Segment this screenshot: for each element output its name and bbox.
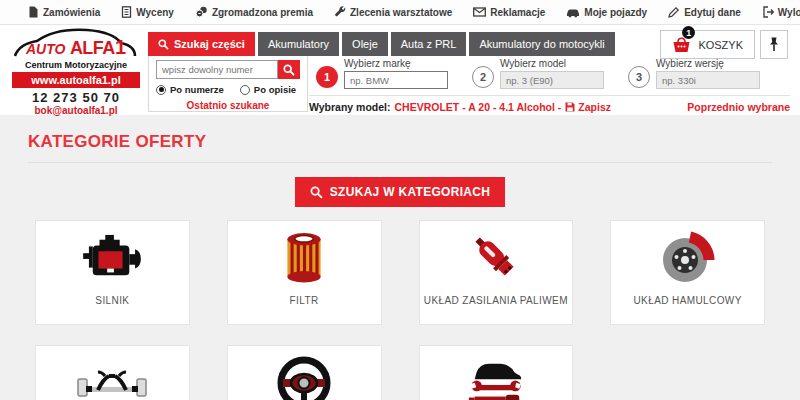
category-card-filtr[interactable]: FILTR <box>227 220 382 325</box>
nav-item-bonus[interactable]: Zgromadzona premia <box>195 6 313 18</box>
nav-item-label: Moje pojazdy <box>584 7 647 18</box>
part-search-panel: Po numerze Po opisie Ostatnio szukane <box>148 56 308 112</box>
nav-item-label: Reklamacje <box>490 7 545 18</box>
part-search-button[interactable] <box>278 60 300 79</box>
search-icon <box>310 186 323 199</box>
logo-tagline: Centrum Motoryzacyjne <box>6 60 146 70</box>
car-icon <box>566 6 580 18</box>
category-label: FILTR <box>290 295 319 307</box>
category-card-steering[interactable] <box>227 345 382 400</box>
vehicle-steps: 1 Wybierz markę 2 Wybierz model 3 Wybier… <box>316 58 760 89</box>
service-icon <box>465 355 527 400</box>
axle-icon <box>76 362 148 400</box>
previously-selected-link[interactable]: Poprzednio wybrane <box>687 101 790 113</box>
search-icon <box>283 64 295 76</box>
category-card-uklad-hamulcowy[interactable]: UKŁAD HAMULCOWY <box>610 220 765 325</box>
nav-item-label: Zgromadzona premia <box>212 7 313 18</box>
category-card-uklad-zasilania-paliwem[interactable]: UKŁAD ZASILANIA PALIWEM <box>419 220 574 325</box>
fuel-system-icon <box>469 231 523 285</box>
step-label: Wybierz model <box>500 58 604 69</box>
category-card-silnik[interactable]: SILNIK <box>35 220 190 325</box>
version-input[interactable] <box>656 71 760 89</box>
nav-item-logout[interactable]: Wyloguj <box>762 6 800 18</box>
recently-searched-link[interactable]: Ostatnio szukane <box>156 100 300 111</box>
bonus-icon <box>195 6 208 18</box>
category-label: UKŁAD HAMULCOWY <box>634 295 742 307</box>
phone-number: 12 273 50 70 <box>6 90 146 105</box>
part-number-input[interactable] <box>156 60 278 79</box>
engine-icon <box>81 233 143 283</box>
step-number: 2 <box>472 66 494 88</box>
step-number: 1 <box>316 66 338 88</box>
envelope-icon <box>473 6 486 18</box>
header: AUTO ALFA1 Centrum Motoryzacyjne www.aut… <box>0 25 800 115</box>
logo[interactable]: AUTO ALFA1 Centrum Motoryzacyjne www.aut… <box>6 25 146 116</box>
nav-item-label: Zamówienia <box>43 7 100 18</box>
steering-icon <box>276 355 332 400</box>
cart-area: 1 KOSZYK <box>660 30 788 59</box>
nav-item-label: Zlecenia warsztatowe <box>350 7 452 18</box>
pin-button[interactable] <box>760 30 788 59</box>
radio-by-number[interactable]: Po numerze <box>156 84 224 95</box>
quotes-icon <box>121 6 132 18</box>
step-label: Wybierz markę <box>344 58 448 69</box>
category-card-service[interactable] <box>419 345 574 400</box>
radio-checked-icon <box>156 85 166 95</box>
nav-item-quotes[interactable]: Wyceny <box>121 6 174 18</box>
step-version: 3 Wybierz wersję <box>628 58 760 89</box>
logout-icon <box>762 6 774 18</box>
cart-label: KOSZYK <box>698 39 743 51</box>
filter-icon <box>281 231 327 285</box>
orders-icon <box>28 6 39 18</box>
nav-item-vehicles[interactable]: Moje pojazdy <box>566 6 647 18</box>
tab-oleje[interactable]: Oleje <box>342 32 388 56</box>
logo-website[interactable]: www.autoalfa1.pl <box>12 72 140 88</box>
search-icon <box>158 39 169 50</box>
cart-count-badge: 1 <box>682 26 695 39</box>
brand-input[interactable] <box>344 71 448 89</box>
tab-akumulatory[interactable]: Akumulatory <box>258 32 339 56</box>
main-content: KATEGORIE OFERTY SZUKAJ W KATEGORIACH <box>0 115 800 400</box>
nav-item-label: Edytuj dane <box>684 7 741 18</box>
category-label: UKŁAD ZASILANIA PALIWEM <box>424 295 568 307</box>
nav-item-label: Wyceny <box>136 7 174 18</box>
selected-model-row: Wybrany model: CHEVROLET - A 20 - 4.1 Al… <box>309 95 790 113</box>
logo-text: AUTO ALFA1 <box>6 36 146 59</box>
search-in-categories-button[interactable]: SZUKAJ W KATEGORIACH <box>295 177 505 207</box>
tab-akumulatory-do-motocykli[interactable]: Akumulatory do motocykli <box>469 32 614 56</box>
step-number: 3 <box>628 66 650 88</box>
header-tabs: Szukaj części Akumulatory Oleje Auta z P… <box>148 32 615 56</box>
wrench-icon <box>334 6 346 18</box>
cart-button[interactable]: 1 KOSZYK <box>660 30 755 59</box>
nav-item-label: Wyloguj <box>778 7 800 18</box>
save-icon <box>565 102 575 112</box>
brake-system-icon <box>660 230 716 286</box>
step-label: Wybierz wersję <box>656 58 760 69</box>
selected-model-label: Wybrany model: <box>309 101 391 113</box>
email-link[interactable]: bok@autoalfa1.pl <box>6 105 146 116</box>
nav-item-edit[interactable]: Edytuj dane <box>668 6 741 18</box>
category-grid: SILNIK FILTR <box>35 220 765 400</box>
save-model-link[interactable]: Zapisz <box>565 101 611 113</box>
category-label: SILNIK <box>95 295 129 307</box>
top-nav: Zamówienia Wyceny Zgromadzona premia Zle… <box>0 0 800 25</box>
nav-item-workshop[interactable]: Zlecenia warsztatowe <box>334 6 452 18</box>
selected-model-value: CHEVROLET - A 20 - 4.1 Alcohol - <box>395 101 562 113</box>
nav-item-orders[interactable]: Zamówienia <box>28 6 100 18</box>
edit-icon <box>668 6 680 18</box>
tab-auta-z-prl[interactable]: Auta z PRL <box>391 32 467 56</box>
nav-item-complaints[interactable]: Reklamacje <box>473 6 545 18</box>
tab-szukaj-czesci[interactable]: Szukaj części <box>148 32 255 56</box>
category-card-axle[interactable] <box>35 345 190 400</box>
radio-unchecked-icon <box>240 85 250 95</box>
heading-divider <box>28 162 772 163</box>
step-model: 2 Wybierz model <box>472 58 604 89</box>
model-input[interactable] <box>500 71 604 89</box>
step-brand: 1 Wybierz markę <box>316 58 448 89</box>
page-title: KATEGORIE OFERTY <box>28 132 800 152</box>
pin-icon <box>768 37 780 52</box>
radio-by-description[interactable]: Po opisie <box>240 84 296 95</box>
